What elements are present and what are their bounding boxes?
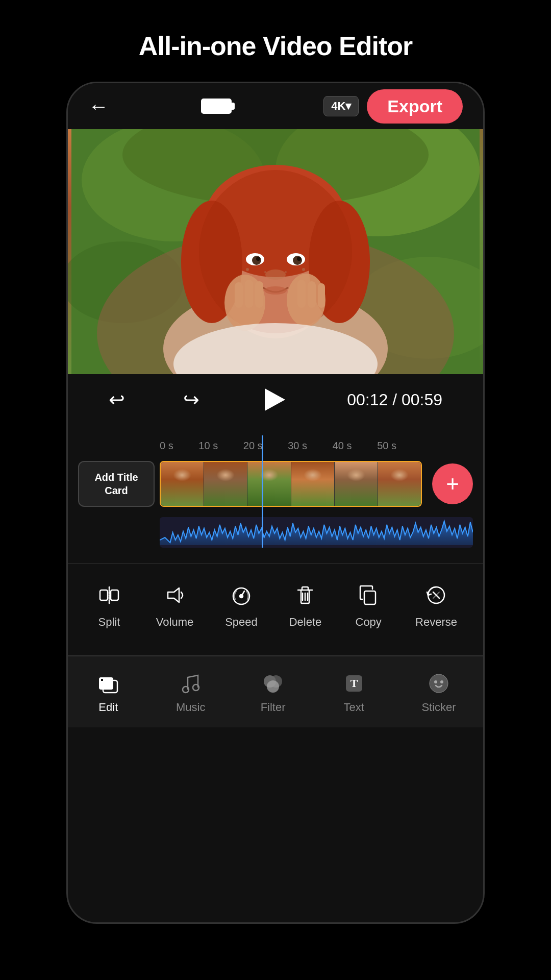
ruler-10s: 10 s [198, 440, 218, 452]
ruler-40s: 40 s [333, 440, 352, 452]
redo-button[interactable]: ↪ [183, 388, 199, 411]
svg-marker-38 [168, 588, 179, 602]
edit-nav-icon [95, 670, 121, 697]
svg-rect-32 [308, 281, 316, 308]
text-nav-label: Text [344, 701, 364, 714]
clip-thumb-5 [335, 462, 378, 506]
ruler-30s: 30 s [288, 440, 307, 452]
clip-thumb-2 [204, 462, 247, 506]
svg-point-17 [293, 256, 302, 265]
timeline-area: 0 s 10 s 20 s 30 s 40 s 50 s Add Title C… [68, 425, 483, 727]
back-button[interactable]: ← [88, 95, 109, 118]
quality-selector[interactable]: 4K▾ [323, 96, 359, 116]
reverse-tool[interactable]: Reverse [415, 580, 457, 629]
svg-point-24 [264, 271, 266, 273]
ruler-labels: 0 s 10 s 20 s 30 s 40 s 50 s [160, 440, 396, 452]
time-separator: / [388, 390, 402, 409]
svg-point-56 [267, 680, 279, 693]
svg-point-16 [252, 256, 261, 265]
bottom-nav: Edit Music [68, 656, 483, 727]
waveform-svg [160, 517, 473, 548]
total-time: 00:59 [402, 390, 442, 409]
filter-nav-icon [260, 670, 286, 697]
current-time: 00:12 [347, 390, 388, 409]
undo-button[interactable]: ↩ [109, 388, 125, 411]
nav-music[interactable]: Music [176, 670, 205, 714]
delete-label: Delete [289, 616, 322, 629]
svg-point-23 [302, 268, 305, 271]
copy-tool[interactable]: Copy [353, 580, 384, 629]
ruler-0s: 0 s [160, 440, 173, 452]
export-button[interactable]: Export [367, 89, 463, 124]
waveform-row [68, 512, 483, 553]
svg-rect-35 [100, 590, 108, 600]
playhead [262, 435, 263, 548]
edit-nav-label: Edit [98, 701, 118, 714]
svg-rect-33 [318, 283, 325, 308]
clip-thumb-3 [247, 462, 291, 506]
volume-icon [160, 580, 190, 610]
svg-point-62 [440, 680, 443, 683]
clip-row: Add Title Card + [68, 456, 483, 512]
split-label: Split [98, 616, 120, 629]
volume-label: Volume [156, 616, 193, 629]
svg-rect-28 [235, 282, 243, 308]
phone-frame: ← 4K▾ Export [66, 82, 485, 924]
battery-icon [201, 99, 232, 114]
text-nav-icon: T [341, 670, 367, 697]
svg-text:T: T [350, 677, 358, 690]
svg-rect-51 [101, 679, 103, 681]
nav-edit[interactable]: Edit [95, 670, 121, 714]
title-card-line1: Add Title [94, 471, 138, 484]
video-preview [68, 129, 483, 374]
svg-point-22 [246, 268, 249, 271]
music-nav-icon [178, 670, 204, 697]
copy-label: Copy [356, 616, 382, 629]
delete-tool[interactable]: Delete [289, 580, 322, 629]
split-tool[interactable]: Split [94, 580, 124, 629]
video-thumbnail [68, 129, 483, 374]
ruler-50s: 50 s [377, 440, 396, 452]
clip-thumb-6 [378, 462, 421, 506]
copy-icon [353, 580, 384, 610]
svg-rect-30 [255, 281, 263, 308]
portrait-svg [68, 129, 483, 374]
play-icon [265, 388, 285, 411]
ruler-20s: 20 s [243, 440, 263, 452]
waveform-container [160, 517, 473, 548]
play-button[interactable] [258, 384, 289, 415]
svg-point-13 [199, 170, 352, 333]
add-clip-button[interactable]: + [432, 463, 473, 504]
svg-rect-36 [111, 590, 118, 600]
svg-point-61 [434, 680, 437, 683]
controls-bar: ↩ ↪ 00:12 / 00:59 [68, 374, 483, 425]
phone-topbar: ← 4K▾ Export [68, 83, 483, 129]
svg-rect-31 [297, 280, 306, 308]
svg-point-25 [285, 271, 287, 273]
add-title-card-button[interactable]: Add Title Card [78, 461, 155, 507]
speed-tool[interactable]: Speed [225, 580, 258, 629]
split-icon [94, 580, 124, 610]
svg-point-19 [297, 257, 301, 261]
time-display: 00:12 / 00:59 [347, 390, 442, 409]
reverse-icon [421, 580, 452, 610]
music-nav-label: Music [176, 701, 205, 714]
speed-label: Speed [225, 616, 258, 629]
nav-filter[interactable]: Filter [260, 670, 286, 714]
topbar-right: 4K▾ Export [323, 89, 463, 124]
bottom-toolbar: Split Volume [68, 564, 483, 645]
time-ruler: 0 s 10 s 20 s 30 s 40 s 50 s [68, 435, 483, 456]
volume-tool[interactable]: Volume [156, 580, 193, 629]
reverse-label: Reverse [415, 616, 457, 629]
clip-strip[interactable] [160, 461, 422, 507]
title-card-line2: Card [105, 484, 128, 497]
filter-nav-label: Filter [261, 701, 286, 714]
nav-sticker[interactable]: Sticker [421, 670, 456, 714]
svg-point-18 [256, 257, 260, 261]
svg-rect-29 [245, 280, 253, 308]
svg-rect-45 [364, 591, 375, 604]
sticker-nav-icon [425, 670, 452, 697]
svg-point-41 [240, 595, 243, 598]
clip-thumb-4 [291, 462, 335, 506]
nav-text[interactable]: T Text [341, 670, 367, 714]
